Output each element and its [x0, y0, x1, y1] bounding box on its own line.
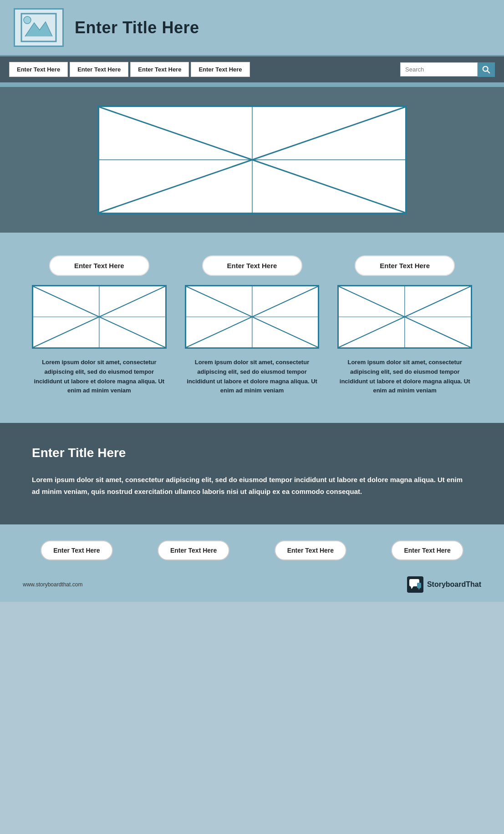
footer: Enter Text Here Enter Text Here Enter Te… — [0, 524, 504, 602]
search-input[interactable] — [400, 62, 478, 76]
footer-brand: StoryboardThat — [407, 576, 481, 593]
nav-item-4[interactable]: Enter Text Here — [191, 62, 249, 77]
hero-image-placeholder — [97, 105, 407, 214]
card-1-placeholder-svg — [33, 286, 165, 347]
navbar: Enter Text Here Enter Text Here Enter Te… — [0, 56, 504, 82]
card-2-placeholder-svg — [186, 286, 318, 347]
card-2: Enter Text Here Lorem ipsum dolor sit am… — [185, 255, 320, 396]
svg-line-3 — [487, 71, 489, 73]
footer-bottom: www.storyboardthat.com StoryboardThat — [23, 572, 481, 593]
nav-item-1[interactable]: Enter Text Here — [9, 62, 68, 77]
card-2-text: Lorem ipsum dolor sit amet, consectetur … — [185, 358, 320, 396]
nav-items: Enter Text Here Enter Text Here Enter Te… — [9, 62, 400, 77]
footer-url: www.storyboardthat.com — [23, 581, 82, 588]
footer-btn-4[interactable]: Enter Text Here — [391, 540, 463, 560]
brand-icon — [407, 576, 423, 593]
search-area — [400, 62, 495, 77]
footer-btn-2[interactable]: Enter Text Here — [158, 540, 229, 560]
card-3-image — [337, 285, 472, 349]
card-1: Enter Text Here Lorem ipsum dolor sit am… — [32, 255, 167, 396]
nav-item-2[interactable]: Enter Text Here — [70, 62, 128, 77]
page-title: Enter Title Here — [75, 18, 199, 37]
header-logo — [14, 8, 64, 47]
card-1-image — [32, 285, 167, 349]
dark-section-body: Lorem ipsum dolor sit amet, consectetur … — [32, 474, 472, 497]
card-3-text: Lorem ipsum dolor sit amet, consectetur … — [337, 358, 472, 396]
card-3: Enter Text Here Lorem ipsum dolor sit am… — [337, 255, 472, 396]
footer-buttons: Enter Text Here Enter Text Here Enter Te… — [23, 540, 481, 560]
dark-section-title: Enter Title Here — [32, 446, 472, 460]
card-3-placeholder-svg — [339, 286, 471, 347]
nav-item-3[interactable]: Enter Text Here — [130, 62, 189, 77]
hero-section — [0, 87, 504, 233]
search-icon — [482, 66, 490, 74]
brand-name: StoryboardThat — [427, 580, 481, 589]
card-1-text: Lorem ipsum dolor sit amet, consectetur … — [32, 358, 167, 396]
card-2-image — [185, 285, 320, 349]
footer-btn-1[interactable]: Enter Text Here — [41, 540, 112, 560]
card-1-button[interactable]: Enter Text Here — [49, 255, 149, 276]
hero-placeholder-svg — [99, 107, 405, 213]
svg-point-1 — [24, 16, 31, 24]
svg-rect-27 — [417, 583, 421, 588]
card-2-button[interactable]: Enter Text Here — [202, 255, 302, 276]
cards-grid: Enter Text Here Lorem ipsum dolor sit am… — [32, 255, 472, 396]
accent-bar — [0, 82, 504, 87]
dark-section: Enter Title Here Lorem ipsum dolor sit a… — [0, 423, 504, 524]
cards-section: Enter Text Here Lorem ipsum dolor sit am… — [0, 233, 504, 423]
card-3-button[interactable]: Enter Text Here — [355, 255, 455, 276]
search-button[interactable] — [478, 62, 495, 77]
header: Enter Title Here — [0, 0, 504, 56]
footer-btn-3[interactable]: Enter Text Here — [275, 540, 346, 560]
